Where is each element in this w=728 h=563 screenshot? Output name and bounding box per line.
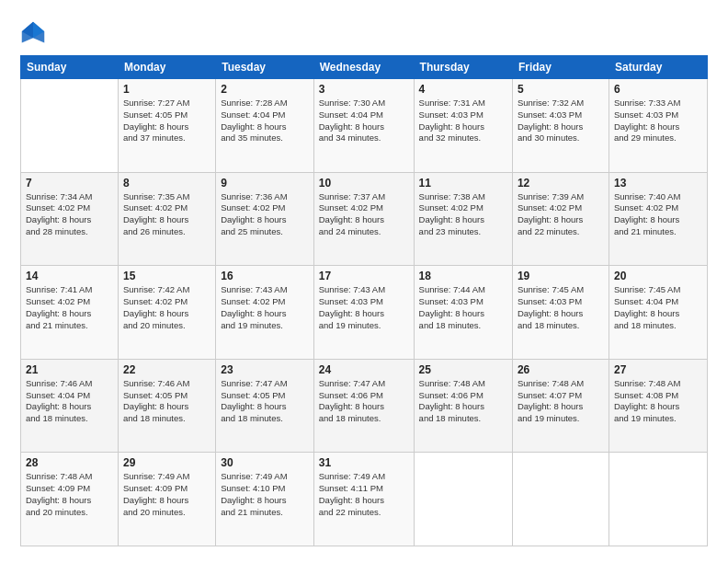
day-info: Sunrise: 7:45 AM Sunset: 4:04 PM Dayligh… — [614, 284, 702, 331]
day-of-week-friday: Friday — [512, 56, 609, 79]
calendar-cell: 22Sunrise: 7:46 AM Sunset: 4:05 PM Dayli… — [118, 359, 215, 453]
day-number: 29 — [123, 456, 210, 469]
calendar-cell: 18Sunrise: 7:44 AM Sunset: 4:03 PM Dayli… — [414, 266, 512, 360]
day-info: Sunrise: 7:31 AM Sunset: 4:03 PM Dayligh… — [419, 98, 507, 144]
day-info: Sunrise: 7:48 AM Sunset: 4:07 PM Dayligh… — [518, 378, 604, 425]
logo-icon — [20, 20, 46, 46]
calendar-week-row: 14Sunrise: 7:41 AM Sunset: 4:02 PM Dayli… — [21, 266, 708, 360]
day-number: 16 — [221, 270, 309, 282]
calendar-cell — [512, 453, 609, 546]
day-of-week-thursday: Thursday — [414, 56, 512, 79]
day-info: Sunrise: 7:30 AM Sunset: 4:04 PM Dayligh… — [319, 98, 409, 144]
calendar-cell — [414, 453, 512, 546]
calendar-cell: 19Sunrise: 7:45 AM Sunset: 4:03 PM Dayli… — [512, 266, 609, 360]
day-of-week-wednesday: Wednesday — [313, 56, 414, 79]
day-of-week-tuesday: Tuesday — [216, 56, 314, 79]
day-info: Sunrise: 7:27 AM Sunset: 4:05 PM Dayligh… — [123, 98, 210, 144]
calendar-cell: 13Sunrise: 7:40 AM Sunset: 4:02 PM Dayli… — [609, 172, 707, 266]
calendar-cell: 12Sunrise: 7:39 AM Sunset: 4:02 PM Dayli… — [512, 172, 609, 266]
calendar-cell: 6Sunrise: 7:33 AM Sunset: 4:03 PM Daylig… — [609, 79, 707, 173]
day-info: Sunrise: 7:42 AM Sunset: 4:02 PM Dayligh… — [123, 284, 210, 331]
calendar-header-row: SundayMondayTuesdayWednesdayThursdayFrid… — [21, 56, 708, 79]
day-number: 1 — [123, 83, 210, 96]
day-info: Sunrise: 7:39 AM Sunset: 4:02 PM Dayligh… — [518, 191, 604, 238]
calendar-cell: 3Sunrise: 7:30 AM Sunset: 4:04 PM Daylig… — [313, 79, 414, 173]
day-info: Sunrise: 7:40 AM Sunset: 4:02 PM Dayligh… — [614, 191, 702, 238]
day-info: Sunrise: 7:49 AM Sunset: 4:10 PM Dayligh… — [221, 471, 309, 518]
calendar-cell: 21Sunrise: 7:46 AM Sunset: 4:04 PM Dayli… — [21, 359, 119, 453]
calendar-cell: 9Sunrise: 7:36 AM Sunset: 4:02 PM Daylig… — [216, 172, 314, 266]
day-number: 9 — [221, 177, 309, 190]
calendar-cell — [609, 453, 707, 546]
day-info: Sunrise: 7:47 AM Sunset: 4:05 PM Dayligh… — [221, 378, 309, 425]
calendar-cell: 10Sunrise: 7:37 AM Sunset: 4:02 PM Dayli… — [313, 172, 414, 266]
day-info: Sunrise: 7:46 AM Sunset: 4:04 PM Dayligh… — [26, 378, 113, 425]
day-info: Sunrise: 7:43 AM Sunset: 4:03 PM Dayligh… — [319, 284, 409, 331]
day-number: 31 — [319, 456, 409, 469]
day-number: 19 — [518, 270, 604, 282]
day-info: Sunrise: 7:38 AM Sunset: 4:02 PM Dayligh… — [419, 191, 507, 238]
day-number: 25 — [419, 363, 507, 376]
day-number: 21 — [26, 363, 113, 376]
day-of-week-monday: Monday — [118, 56, 215, 79]
calendar-cell: 17Sunrise: 7:43 AM Sunset: 4:03 PM Dayli… — [313, 266, 414, 360]
day-number: 7 — [26, 177, 113, 190]
calendar-cell: 23Sunrise: 7:47 AM Sunset: 4:05 PM Dayli… — [216, 359, 314, 453]
page: SundayMondayTuesdayWednesdayThursdayFrid… — [0, 0, 728, 563]
day-number: 2 — [221, 83, 309, 96]
day-number: 12 — [518, 177, 604, 190]
day-number: 10 — [319, 177, 409, 190]
day-info: Sunrise: 7:28 AM Sunset: 4:04 PM Dayligh… — [221, 98, 309, 144]
day-info: Sunrise: 7:36 AM Sunset: 4:02 PM Dayligh… — [221, 191, 309, 238]
day-number: 18 — [419, 270, 507, 282]
day-number: 14 — [26, 270, 113, 282]
calendar-cell: 27Sunrise: 7:48 AM Sunset: 4:08 PM Dayli… — [609, 359, 707, 453]
day-number: 30 — [221, 456, 309, 469]
calendar-cell: 5Sunrise: 7:32 AM Sunset: 4:03 PM Daylig… — [512, 79, 609, 173]
calendar-cell: 16Sunrise: 7:43 AM Sunset: 4:02 PM Dayli… — [216, 266, 314, 360]
day-number: 13 — [614, 177, 702, 190]
day-number: 22 — [123, 363, 210, 376]
calendar-cell: 31Sunrise: 7:49 AM Sunset: 4:11 PM Dayli… — [313, 453, 414, 546]
calendar-table: SundayMondayTuesdayWednesdayThursdayFrid… — [20, 55, 708, 546]
calendar-cell: 2Sunrise: 7:28 AM Sunset: 4:04 PM Daylig… — [216, 79, 314, 173]
logo — [20, 20, 50, 46]
calendar-cell: 1Sunrise: 7:27 AM Sunset: 4:05 PM Daylig… — [118, 79, 215, 173]
day-info: Sunrise: 7:41 AM Sunset: 4:02 PM Dayligh… — [26, 284, 113, 331]
calendar-week-row: 1Sunrise: 7:27 AM Sunset: 4:05 PM Daylig… — [21, 79, 708, 173]
day-number: 24 — [319, 363, 409, 376]
day-number: 3 — [319, 83, 409, 96]
calendar-week-row: 7Sunrise: 7:34 AM Sunset: 4:02 PM Daylig… — [21, 172, 708, 266]
day-info: Sunrise: 7:48 AM Sunset: 4:08 PM Dayligh… — [614, 378, 702, 425]
day-info: Sunrise: 7:45 AM Sunset: 4:03 PM Dayligh… — [518, 284, 604, 331]
day-info: Sunrise: 7:44 AM Sunset: 4:03 PM Dayligh… — [419, 284, 507, 331]
calendar-cell: 4Sunrise: 7:31 AM Sunset: 4:03 PM Daylig… — [414, 79, 512, 173]
day-info: Sunrise: 7:35 AM Sunset: 4:02 PM Dayligh… — [123, 191, 210, 238]
calendar-cell: 20Sunrise: 7:45 AM Sunset: 4:04 PM Dayli… — [609, 266, 707, 360]
day-number: 11 — [419, 177, 507, 190]
day-number: 8 — [123, 177, 210, 190]
day-of-week-saturday: Saturday — [609, 56, 707, 79]
calendar-cell: 14Sunrise: 7:41 AM Sunset: 4:02 PM Dayli… — [21, 266, 119, 360]
calendar-cell: 15Sunrise: 7:42 AM Sunset: 4:02 PM Dayli… — [118, 266, 215, 360]
calendar-cell: 8Sunrise: 7:35 AM Sunset: 4:02 PM Daylig… — [118, 172, 215, 266]
day-info: Sunrise: 7:37 AM Sunset: 4:02 PM Dayligh… — [319, 191, 409, 238]
calendar-cell: 29Sunrise: 7:49 AM Sunset: 4:09 PM Dayli… — [118, 453, 215, 546]
day-number: 28 — [26, 456, 113, 469]
day-info: Sunrise: 7:33 AM Sunset: 4:03 PM Dayligh… — [614, 98, 702, 144]
calendar-cell — [21, 79, 119, 173]
calendar-week-row: 21Sunrise: 7:46 AM Sunset: 4:04 PM Dayli… — [21, 359, 708, 453]
day-number: 20 — [614, 270, 702, 282]
day-info: Sunrise: 7:47 AM Sunset: 4:06 PM Dayligh… — [319, 378, 409, 425]
calendar-cell: 7Sunrise: 7:34 AM Sunset: 4:02 PM Daylig… — [21, 172, 119, 266]
day-info: Sunrise: 7:34 AM Sunset: 4:02 PM Dayligh… — [26, 191, 113, 238]
day-number: 5 — [518, 83, 604, 96]
calendar-cell: 28Sunrise: 7:48 AM Sunset: 4:09 PM Dayli… — [21, 453, 119, 546]
calendar-week-row: 28Sunrise: 7:48 AM Sunset: 4:09 PM Dayli… — [21, 453, 708, 546]
header — [20, 17, 708, 46]
day-number: 26 — [518, 363, 604, 376]
day-info: Sunrise: 7:32 AM Sunset: 4:03 PM Dayligh… — [518, 98, 604, 144]
calendar-cell: 11Sunrise: 7:38 AM Sunset: 4:02 PM Dayli… — [414, 172, 512, 266]
day-of-week-sunday: Sunday — [21, 56, 119, 79]
day-info: Sunrise: 7:49 AM Sunset: 4:09 PM Dayligh… — [123, 471, 210, 518]
